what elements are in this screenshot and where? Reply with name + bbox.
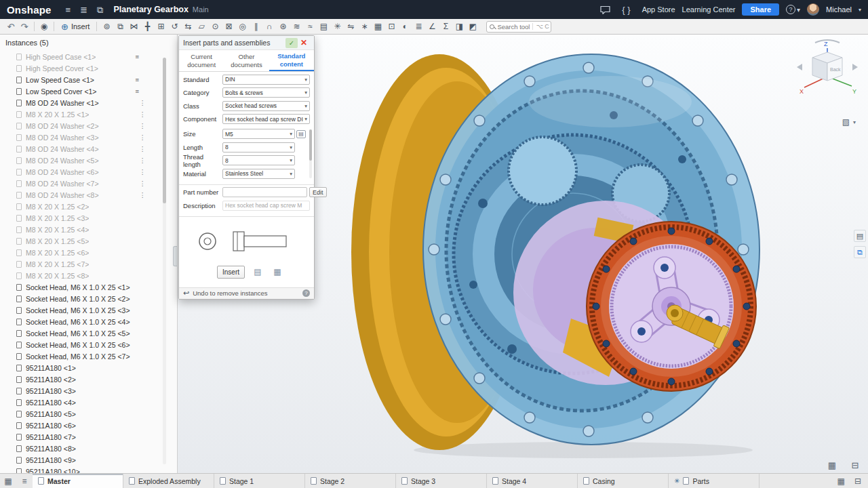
instance-row[interactable]: M8 OD 24 Washer <4>⋮ [0,143,177,155]
mass-properties-icon[interactable]: Σ [439,20,452,33]
mirror-icon[interactable]: ⇋ [344,20,357,33]
configurations-panel-icon[interactable]: ⧉ [854,246,866,258]
edit-part-number-button[interactable]: Edit [309,187,327,197]
relations-icon[interactable]: ⋈ [127,20,140,33]
onshape-logo[interactable]: Onshape [7,4,52,16]
size-select[interactable]: M5 ▾ [222,129,295,139]
redo-icon[interactable]: ↷ [18,20,31,33]
ball-mate-icon[interactable]: ◎ [235,20,249,33]
share-button[interactable]: Share [742,3,779,16]
instance-row[interactable]: M8 X 20 X 1.25 <5> [0,235,177,247]
panels-icon[interactable]: ⊟ [849,459,861,471]
group-icon[interactable]: ⧉ [113,20,127,33]
tab-stage-3[interactable]: Stage 3 [396,474,487,488]
mate-connector-icon[interactable]: ╋ [140,20,154,33]
user-name[interactable]: Michael [826,5,852,14]
insert-option-icon-1[interactable]: ▤ [251,266,264,278]
main-menu-icon[interactable]: ≡ [66,5,71,14]
bom-icon[interactable]: ≡ [135,53,139,60]
thread-length-select[interactable]: 8 ▾ [222,155,295,165]
grid-view-icon[interactable]: ▦ [826,459,838,471]
instance-row[interactable]: 95211A180 <8> [0,443,177,454]
instance-row[interactable]: 95211A180 <5> [0,408,177,420]
planar-mate-icon[interactable]: ▱ [195,20,208,33]
instance-row[interactable]: M8 X 20 X 1.25 <6> [0,247,177,258]
panel-resize-handle[interactable] [173,246,177,266]
avatar[interactable] [807,3,819,16]
appearance-icon[interactable]: ◩ [466,20,479,33]
component-select[interactable]: Hex socket head cap screw DIN 912 ▾ [222,114,310,124]
insert-option-icon-2[interactable]: ▦ [271,266,284,278]
section-view-icon[interactable]: ◨ [452,20,466,33]
tab-current-document[interactable]: Current document [179,50,224,71]
instance-row[interactable]: Low Speed Case <1>≡ [0,74,177,85]
instance-row[interactable]: M8 OD 24 Washer <6>⋮ [0,166,177,178]
undo-icon[interactable]: ↶ [4,20,18,33]
more-options-icon[interactable]: ⋮ [140,157,146,164]
instance-row[interactable]: 95211A180 <10> [0,466,177,473]
tab-grid-view-icon[interactable]: ▦ [837,476,845,486]
snapshot-icon[interactable]: ▦ [371,20,384,33]
instance-row[interactable]: Socket Head, M6 X 1.0 X 25 <3> [0,304,177,316]
instance-row[interactable]: M8 OD 24 Washer <7>⋮ [0,178,177,189]
instance-row[interactable]: Socket Head, M6 X 1.0 X 25 <2> [0,293,177,304]
screw-relation-icon[interactable]: ≋ [290,20,303,33]
slider-mate-icon[interactable]: ⇆ [181,20,195,33]
pin-slot-mate-icon[interactable]: ⊠ [222,20,235,33]
rotate-right-arrow[interactable] [852,64,858,70]
close-icon[interactable]: ✕ [298,38,310,47]
standard-select[interactable]: DIN ▾ [222,75,310,85]
revolute-mate-icon[interactable]: ↺ [167,20,181,33]
more-options-icon[interactable]: ⋮ [140,145,146,152]
material-select[interactable]: Stainless Steel ▾ [222,169,295,179]
dialog-header[interactable]: Insert parts and assemblies ✓ ✕ [179,36,314,50]
versions-icon[interactable]: ⧉ [97,5,103,14]
tab-stage-4[interactable]: Stage 4 [487,474,578,488]
category-select[interactable]: Bolts & screws ▾ [222,87,310,98]
instance-row[interactable]: Low Speed Cover <1>≡ [0,85,177,97]
bom-icon[interactable]: ≡ [135,87,139,95]
insert-tool-button[interactable]: ⊕ Insert [57,20,94,33]
learning-center-link[interactable]: Learning Center [682,5,736,14]
scrollbar-thumb[interactable] [163,58,166,203]
undo-icon[interactable]: ↩ [183,289,189,298]
class-select[interactable]: Socket head screws ▾ [222,101,310,111]
tab-exploded-assembly[interactable]: Exploded Assembly [123,474,214,488]
instance-row[interactable]: M8 OD 24 Washer <5>⋮ [0,155,177,166]
mate-icon[interactable]: ⊚ [100,20,113,33]
help-icon[interactable]: ? [302,289,310,297]
instance-row[interactable]: 95211A180 <9> [0,454,177,466]
tangent-mate-icon[interactable]: ∩ [262,20,276,33]
chevron-down-icon[interactable]: ▾ [859,7,861,13]
scrollbar-thumb[interactable] [309,129,312,161]
panel-scrollbar[interactable] [163,58,166,464]
instance-row[interactable]: M8 X 20 X 1.25 <8> [0,270,177,281]
tab-parts[interactable]: ✳Parts [669,474,760,488]
tab-master[interactable]: Master [33,474,123,488]
instance-row[interactable]: M8 OD 24 Washer <3>⋮ [0,131,177,143]
tab-stage-1[interactable]: Stage 1 [214,474,305,488]
more-options-icon[interactable]: ⋮ [140,99,146,106]
tab-casing[interactable]: Casing [578,474,669,488]
instance-row[interactable]: M8 OD 24 Washer <2>⋮ [0,120,177,131]
more-options-icon[interactable]: ⋮ [140,110,146,118]
rack-pinion-relation-icon[interactable]: ≈ [303,20,317,33]
instance-row[interactable]: M8 X 20 X 1.25 <3> [0,212,177,224]
favorites-icon[interactable]: ▤ [296,130,306,138]
insert-button[interactable]: Insert [217,266,245,279]
circular-pattern-icon[interactable]: ✳ [330,20,344,33]
confirm-icon[interactable]: ✓ [285,38,298,48]
tab-other-documents[interactable]: Other documents [224,50,269,71]
tab-list-icon[interactable]: ≡ [16,474,33,488]
view-cube[interactable]: X Y Z Back [795,37,860,102]
instance-row[interactable]: Socket Head, M6 X 1.0 X 25 <4> [0,316,177,327]
instance-row[interactable]: 95211A180 <7> [0,431,177,443]
part-number-input[interactable] [222,187,307,197]
instance-row[interactable]: M8 X 20 X 1.25 <2> [0,201,177,212]
tab-standard-content[interactable]: Standard content [269,50,314,71]
app-store-link[interactable]: App Store [642,5,675,14]
instance-row[interactable]: High Speed Cover <1> [0,62,177,74]
linear-pattern-icon[interactable]: ▤ [317,20,330,33]
fastened-mate-icon[interactable]: ⊞ [154,20,167,33]
more-options-icon[interactable]: ⋮ [140,168,146,176]
